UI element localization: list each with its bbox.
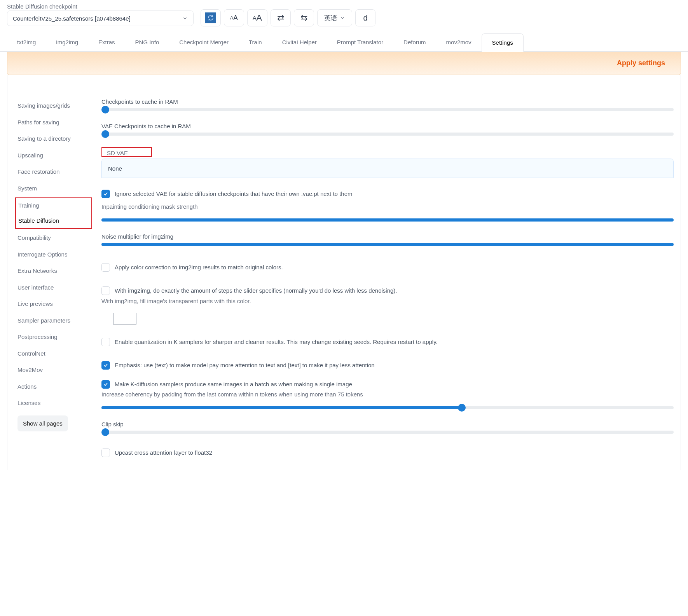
apply-settings-label: Apply settings <box>617 59 665 67</box>
sidebar-item-actions[interactable]: Actions <box>17 379 86 394</box>
sidebar-item-interrogate-options[interactable]: Interrogate Options <box>17 247 86 262</box>
vae-cache-slider[interactable] <box>101 133 674 136</box>
chevron-down-icon <box>182 16 188 21</box>
tabs: txt2imgimg2imgExtrasPNG InfoCheckpoint M… <box>0 33 688 52</box>
checkpoint-select[interactable]: CounterfeitV25_25.safetensors [a074b8864… <box>7 10 194 26</box>
show-all-pages-button[interactable]: Show all pages <box>17 415 68 431</box>
quantization-checkbox[interactable] <box>101 338 110 346</box>
settings-sidebar: Saving images/gridsPaths for savingSavin… <box>17 98 86 462</box>
tab-img2img[interactable]: img2img <box>46 33 88 51</box>
sidebar-highlight: TrainingStable Diffusion <box>15 197 92 229</box>
sidebar-item-system[interactable]: System <box>17 181 86 196</box>
tab-settings[interactable]: Settings <box>482 33 524 52</box>
upcast-label: Upcast cross attention layer to float32 <box>115 448 212 457</box>
exact-steps-checkbox[interactable] <box>101 286 110 295</box>
sidebar-item-controlnet[interactable]: ControlNet <box>17 346 86 361</box>
coherency-label: Increase coherency by padding from the l… <box>101 391 674 398</box>
apply-settings-button[interactable]: Apply settings <box>7 52 681 75</box>
ckpt-cache-slider[interactable] <box>101 108 674 111</box>
sd-vae-select[interactable]: None <box>101 159 674 178</box>
sidebar-item-face-restoration[interactable]: Face restoration <box>17 164 86 180</box>
sidebar-item-live-previews[interactable]: Live previews <box>17 297 86 312</box>
sidebar-item-saving-to-a-directory[interactable]: Saving to a directory <box>17 131 86 147</box>
font-size-large-button[interactable]: AA <box>247 9 267 26</box>
emphasis-checkbox[interactable] <box>101 361 110 370</box>
vae-cache-label: VAE Checkpoints to cache in RAM <box>101 123 674 129</box>
sidebar-item-extra-networks[interactable]: Extra Networks <box>17 264 86 279</box>
color-corr-label: Apply color correction to img2img result… <box>115 263 283 272</box>
sidebar-item-compatibility[interactable]: Compatibility <box>17 230 86 246</box>
checkpoint-label: Stable Diffusion checkpoint <box>7 3 194 10</box>
settings-main: Checkpoints to cache in RAM VAE Checkpoi… <box>101 98 674 462</box>
clip-skip-slider[interactable] <box>101 431 674 434</box>
tab-civitai-helper[interactable]: Civitai Helper <box>272 33 327 51</box>
sidebar-item-paths-for-saving[interactable]: Paths for saving <box>17 115 86 130</box>
noise-mult-label: Noise multiplier for img2img <box>101 233 674 240</box>
swap-button[interactable]: ⇄ <box>271 9 291 26</box>
tab-checkpoint-merger[interactable]: Checkpoint Merger <box>169 33 239 51</box>
tab-train[interactable]: Train <box>239 33 272 51</box>
sidebar-item-training[interactable]: Training <box>18 198 91 213</box>
translate-toggle-button[interactable]: ⇆ <box>294 9 314 26</box>
tab-mov2mov[interactable]: mov2mov <box>436 33 482 51</box>
sd-vae-value: None <box>108 165 122 172</box>
sidebar-item-saving-images-grids[interactable]: Saving images/grids <box>17 98 86 113</box>
sidebar-item-stable-diffusion[interactable]: Stable Diffusion <box>18 213 91 229</box>
refresh-button[interactable] <box>201 9 221 26</box>
checkpoint-value: CounterfeitV25_25.safetensors [a074b8864… <box>13 15 131 22</box>
sidebar-item-upscaling[interactable]: Upscaling <box>17 148 86 163</box>
tab-txt2img[interactable]: txt2img <box>7 33 46 51</box>
tab-prompt-translator[interactable]: Prompt Translator <box>327 33 393 51</box>
coherency-slider[interactable] <box>101 406 674 409</box>
ignore-vae-label: Ignore selected VAE for stable diffusion… <box>115 190 352 199</box>
sidebar-item-mov-mov[interactable]: Mov2Mov <box>17 363 86 378</box>
color-corr-checkbox[interactable] <box>101 263 110 272</box>
chevron-down-icon <box>340 15 345 21</box>
sd-vae-label: SD VAE <box>107 150 128 156</box>
upcast-checkbox[interactable] <box>101 448 110 457</box>
d-button[interactable]: d <box>355 9 375 26</box>
tab-deforum[interactable]: Deforum <box>393 33 436 51</box>
emphasis-label: Emphasis: use (text) to make model pay m… <box>115 361 375 370</box>
batch-same-label: Make K-diffusion samplers produce same i… <box>115 380 352 389</box>
language-select[interactable]: 英语 <box>317 9 352 26</box>
fill-color-note: With img2img, fill image's transparent p… <box>101 298 674 304</box>
sidebar-item-postprocessing[interactable]: Postprocessing <box>17 330 86 345</box>
ignore-vae-checkbox[interactable] <box>101 190 110 198</box>
tab-extras[interactable]: Extras <box>88 33 125 51</box>
exact-steps-label: With img2img, do exactly the amount of s… <box>115 286 397 295</box>
refresh-icon <box>205 12 216 23</box>
ckpt-cache-label: Checkpoints to cache in RAM <box>101 98 674 105</box>
language-label: 英语 <box>324 14 337 23</box>
sidebar-item-licenses[interactable]: Licenses <box>17 396 86 411</box>
noise-mult-slider[interactable] <box>101 243 674 246</box>
sidebar-item-sampler-parameters[interactable]: Sampler parameters <box>17 313 86 328</box>
clip-skip-label: Clip skip <box>101 421 674 428</box>
fill-color-input[interactable] <box>113 313 136 325</box>
batch-same-checkbox[interactable] <box>101 380 110 389</box>
tab-png-info[interactable]: PNG Info <box>125 33 169 51</box>
quantization-label: Enable quantization in K samplers for sh… <box>115 338 438 347</box>
sidebar-item-user-interface[interactable]: User interface <box>17 280 86 295</box>
font-size-small-button[interactable]: AA <box>224 9 244 26</box>
inpaint-mask-label: Inpainting conditioning mask strength <box>101 203 674 210</box>
inpaint-mask-slider[interactable] <box>101 218 674 222</box>
sd-vae-highlight: SD VAE <box>101 147 152 157</box>
